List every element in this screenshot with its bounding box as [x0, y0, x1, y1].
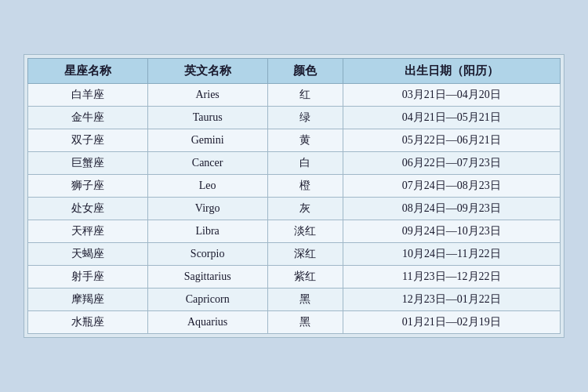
cell-dates: 12月23日—01月22日	[343, 289, 560, 311]
cell-chinese-name: 处女座	[28, 198, 148, 220]
cell-dates: 07月24日—08月23日	[343, 175, 560, 198]
cell-dates: 08月24日—09月23日	[343, 198, 560, 220]
cell-chinese-name: 双子座	[28, 129, 148, 152]
header-birthdate: 出生日期（阳历）	[343, 59, 560, 84]
cell-color: 黑	[267, 311, 343, 334]
zodiac-table-container: 星座名称 英文名称 颜色 出生日期（阳历） 白羊座Aries红03月21日—04…	[24, 54, 564, 338]
cell-english-name: Taurus	[147, 107, 267, 129]
table-row: 金牛座Taurus绿04月21日—05月21日	[28, 107, 561, 129]
table-row: 狮子座Leo橙07月24日—08月23日	[28, 175, 561, 198]
cell-dates: 05月22日—06月21日	[343, 129, 560, 152]
cell-english-name: Scorpio	[147, 243, 267, 266]
cell-english-name: Sagittarius	[147, 266, 267, 289]
cell-chinese-name: 天蝎座	[28, 243, 148, 266]
cell-color: 深红	[267, 243, 343, 266]
table-row: 水瓶座Aquarius黑01月21日—02月19日	[28, 311, 561, 334]
cell-color: 橙	[267, 175, 343, 198]
cell-dates: 11月23日—12月22日	[343, 266, 560, 289]
cell-dates: 10月24日—11月22日	[343, 243, 560, 266]
cell-color: 绿	[267, 107, 343, 129]
cell-chinese-name: 白羊座	[28, 84, 148, 107]
cell-dates: 09月24日—10月23日	[343, 220, 560, 243]
cell-chinese-name: 巨蟹座	[28, 152, 148, 175]
cell-color: 黑	[267, 289, 343, 311]
cell-chinese-name: 天秤座	[28, 220, 148, 243]
table-row: 射手座Sagittarius紫红11月23日—12月22日	[28, 266, 561, 289]
cell-color: 白	[267, 152, 343, 175]
cell-dates: 04月21日—05月21日	[343, 107, 560, 129]
cell-color: 黄	[267, 129, 343, 152]
cell-chinese-name: 狮子座	[28, 175, 148, 198]
cell-dates: 01月21日—02月19日	[343, 311, 560, 334]
table-row: 双子座Gemini黄05月22日—06月21日	[28, 129, 561, 152]
table-row: 巨蟹座Cancer白06月22日—07月23日	[28, 152, 561, 175]
cell-english-name: Libra	[147, 220, 267, 243]
zodiac-table: 星座名称 英文名称 颜色 出生日期（阳历） 白羊座Aries红03月21日—04…	[27, 58, 561, 334]
header-chinese-name: 星座名称	[28, 59, 148, 84]
cell-chinese-name: 摩羯座	[28, 289, 148, 311]
table-body: 白羊座Aries红03月21日—04月20日金牛座Taurus绿04月21日—0…	[28, 84, 561, 334]
header-color: 颜色	[267, 59, 343, 84]
table-row: 天蝎座Scorpio深红10月24日—11月22日	[28, 243, 561, 266]
table-row: 处女座Virgo灰08月24日—09月23日	[28, 198, 561, 220]
cell-color: 淡红	[267, 220, 343, 243]
header-english-name: 英文名称	[147, 59, 267, 84]
cell-chinese-name: 射手座	[28, 266, 148, 289]
table-row: 摩羯座Capricorn黑12月23日—01月22日	[28, 289, 561, 311]
cell-english-name: Cancer	[147, 152, 267, 175]
cell-color: 红	[267, 84, 343, 107]
cell-english-name: Capricorn	[147, 289, 267, 311]
table-row: 白羊座Aries红03月21日—04月20日	[28, 84, 561, 107]
cell-english-name: Leo	[147, 175, 267, 198]
table-row: 天秤座Libra淡红09月24日—10月23日	[28, 220, 561, 243]
table-header-row: 星座名称 英文名称 颜色 出生日期（阳历）	[28, 59, 561, 84]
cell-dates: 03月21日—04月20日	[343, 84, 560, 107]
cell-english-name: Aquarius	[147, 311, 267, 334]
cell-color: 紫红	[267, 266, 343, 289]
cell-chinese-name: 水瓶座	[28, 311, 148, 334]
cell-english-name: Virgo	[147, 198, 267, 220]
cell-chinese-name: 金牛座	[28, 107, 148, 129]
cell-color: 灰	[267, 198, 343, 220]
cell-english-name: Gemini	[147, 129, 267, 152]
cell-dates: 06月22日—07月23日	[343, 152, 560, 175]
cell-english-name: Aries	[147, 84, 267, 107]
